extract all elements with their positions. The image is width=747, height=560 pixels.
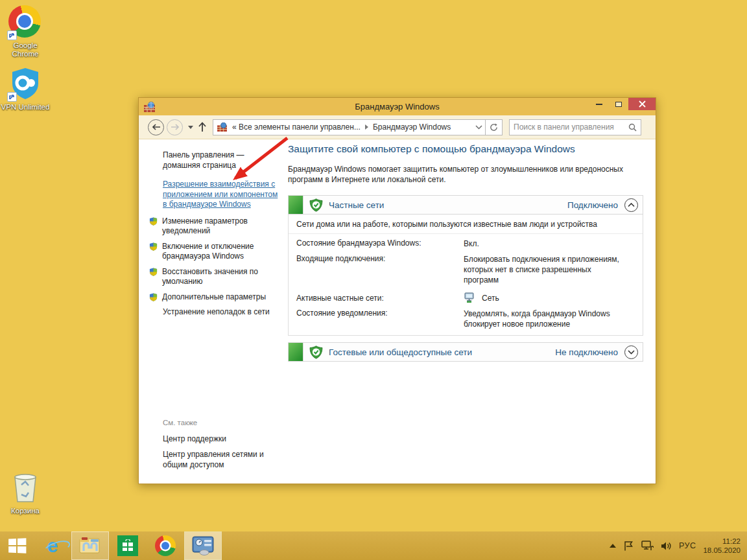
see-also-section: См. также Центр поддержки Центр управлен… — [163, 418, 279, 470]
green-shield-check-icon — [309, 198, 323, 212]
tray-show-hidden-icons[interactable] — [610, 544, 616, 548]
close-button[interactable] — [628, 98, 656, 110]
sidebar-link-action-center[interactable]: Центр поддержки — [163, 434, 273, 445]
internet-explorer-icon: e — [47, 536, 58, 555]
green-accent-block — [289, 343, 303, 361]
file-explorer-icon — [79, 537, 101, 555]
action-center-flag-icon[interactable] — [623, 541, 634, 552]
refresh-button[interactable] — [486, 119, 503, 135]
maximize-icon — [615, 102, 622, 107]
network-icon — [464, 292, 475, 303]
shortcut-arrow-icon — [7, 92, 17, 102]
private-networks-details: Сети дома или на работе, которыми пользу… — [288, 215, 643, 336]
guest-networks-status: Не подключено — [555, 347, 618, 357]
collapse-button[interactable] — [624, 198, 638, 212]
see-also-heading: См. также — [163, 418, 279, 428]
detail-value: Блокировать подключения к приложениям, к… — [464, 254, 626, 285]
detail-row-firewall-state: Состояние брандмауэра Windows: Вкл. — [289, 234, 643, 250]
guest-networks-title: Гостевые или общедоступные сети — [329, 347, 472, 357]
tray-network-icon[interactable] — [641, 541, 654, 551]
sidebar: Панель управления — домашняя страница Ра… — [139, 139, 288, 484]
sidebar-item-turn-firewall-on-off[interactable]: Включение и отключение брандмауэра Windo… — [149, 242, 274, 262]
language-indicator[interactable]: РУС — [679, 541, 696, 550]
page-title: Защитите свой компьютер с помощью брандм… — [288, 143, 643, 155]
sidebar-item-label: Включение и отключение брандмауэра Windo… — [162, 242, 274, 262]
private-networks-subtitle: Сети дома или на работе, которыми пользу… — [289, 215, 643, 234]
minimize-button[interactable] — [589, 98, 609, 110]
close-icon — [639, 100, 646, 108]
minimize-icon — [596, 104, 602, 105]
control-panel-icon — [191, 536, 215, 555]
uac-shield-icon — [149, 217, 158, 226]
maximize-button[interactable] — [609, 98, 628, 110]
breadcrumb-root[interactable]: « Все элементы панели управлен... — [231, 122, 362, 132]
sidebar-item-control-panel-home[interactable]: Панель управления — домашняя страница — [163, 150, 273, 170]
green-accent-block — [289, 196, 303, 214]
tray-volume-icon[interactable] — [661, 541, 672, 551]
windows-store-icon — [117, 535, 138, 556]
private-networks-header[interactable]: Частные сети Подключено — [288, 195, 643, 215]
detail-label: Активные частные сети: — [296, 294, 464, 303]
taskbar-chrome[interactable] — [147, 531, 184, 560]
expand-button[interactable] — [624, 345, 638, 359]
forward-button[interactable] — [167, 119, 183, 135]
sidebar-item-advanced-settings[interactable]: Дополнительные параметры — [149, 292, 274, 303]
private-networks-title: Частные сети — [329, 200, 384, 210]
shortcut-arrow-icon — [7, 30, 17, 40]
sidebar-item-label: Дополнительные параметры — [162, 292, 266, 303]
search-box[interactable] — [509, 119, 641, 135]
desktop-icon-vpn[interactable]: VPN Unlimited — [0, 67, 51, 111]
detail-row-notification-state: Состояние уведомления: Уведомлять, когда… — [289, 304, 643, 330]
detail-value: Сеть — [482, 293, 499, 303]
address-dropdown-icon[interactable] — [475, 125, 482, 130]
taskbar-windows-store[interactable] — [109, 531, 147, 560]
forward-arrow-icon — [171, 123, 180, 131]
start-button[interactable] — [0, 531, 34, 560]
detail-row-incoming-connections: Входящие подключения: Блокировать подклю… — [289, 250, 643, 286]
recycle-bin-icon — [8, 471, 42, 504]
detail-value: Уведомлять, когда брандмауэр Windows бло… — [464, 309, 626, 329]
chevron-down-icon — [628, 350, 635, 355]
detail-label: Состояние уведомления: — [296, 309, 464, 329]
sidebar-link-network-sharing-center[interactable]: Центр управления сетями и общим доступом — [163, 450, 273, 470]
desktop-icon-chrome[interactable]: Google Chrome — [0, 5, 51, 58]
taskbar-control-panel-active[interactable] — [184, 531, 222, 560]
taskbar-file-explorer[interactable] — [71, 531, 109, 560]
sidebar-item-change-notification-settings[interactable]: Изменение параметров уведомлений — [149, 216, 274, 237]
sidebar-link-allow-app[interactable]: Разрешение взаимодействия с приложением … — [163, 180, 278, 210]
titlebar[interactable]: Брандмауэр Windows — [139, 98, 656, 115]
window-title: Брандмауэр Windows — [139, 102, 656, 111]
sidebar-item-restore-defaults[interactable]: Восстановить значения по умолчанию — [149, 267, 274, 287]
recent-pages-dropdown[interactable] — [188, 126, 193, 129]
taskbar-internet-explorer[interactable]: e — [34, 531, 71, 560]
sidebar-item-label: Устранение неполадок в сети — [163, 307, 270, 318]
uac-shield-icon — [149, 242, 158, 251]
address-bar[interactable]: « Все элементы панели управлен... Брандм… — [213, 119, 486, 135]
uac-shield-icon — [149, 268, 158, 276]
detail-value: Вкл. — [464, 239, 479, 249]
up-button[interactable] — [197, 121, 208, 133]
chevron-up-icon — [628, 203, 635, 207]
tray-clock[interactable]: 11:22 18.05.2020 — [703, 537, 741, 555]
clock-date: 18.05.2020 — [703, 546, 741, 555]
window-content: Панель управления — домашняя страница Ра… — [139, 139, 656, 484]
desktop-icon-recycle-bin[interactable]: Корзина — [0, 471, 51, 515]
private-networks-status: Подключено — [567, 200, 618, 210]
firewall-window: Брандмауэр Windows — [138, 97, 656, 484]
sidebar-item-label: Изменение параметров уведомлений — [162, 216, 274, 237]
green-shield-check-icon — [309, 345, 323, 359]
search-icon — [628, 123, 637, 132]
guest-networks-header[interactable]: Гостевые или общедоступные сети Не подкл… — [288, 342, 643, 362]
desktop-icon-label: Корзина — [0, 507, 51, 515]
system-tray: РУС 11:22 18.05.2020 — [610, 537, 747, 555]
detail-row-active-networks: Активные частные сети: Сеть — [289, 286, 643, 304]
search-input[interactable] — [510, 122, 628, 132]
breadcrumb-current[interactable]: Брандмауэр Windows — [372, 122, 452, 132]
sidebar-item-troubleshoot-network[interactable]: Устранение неполадок в сети — [163, 307, 274, 318]
back-button[interactable] — [148, 119, 164, 135]
chrome-icon — [155, 535, 176, 556]
uac-shield-icon — [149, 293, 158, 301]
navigation-bar: « Все элементы панели управлен... Брандм… — [139, 115, 656, 139]
taskbar: e — [0, 531, 747, 560]
desktop: Google Chrome VPN Unlimited Корзина — [0, 0, 747, 560]
